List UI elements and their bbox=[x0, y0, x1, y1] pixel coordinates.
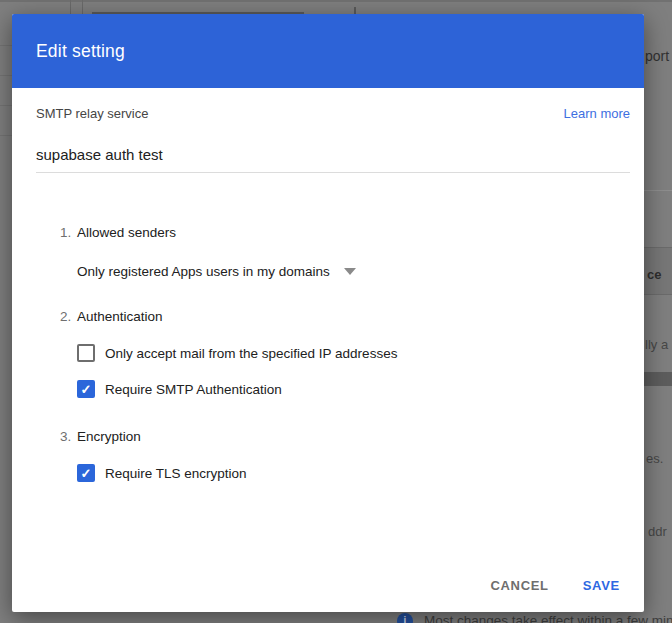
section-title: 2.Authentication bbox=[60, 309, 630, 324]
section-number: 1. bbox=[60, 225, 77, 240]
section-encryption: 3.Encryption ✓ Require TLS encryption bbox=[60, 429, 630, 482]
cancel-button[interactable]: CANCEL bbox=[490, 578, 548, 593]
section-number: 3. bbox=[60, 429, 77, 444]
background-divider bbox=[644, 372, 672, 386]
checkbox-label: Require SMTP Authentication bbox=[105, 382, 282, 397]
background-divider bbox=[0, 135, 12, 136]
background-divider bbox=[0, 75, 12, 76]
section-label: Allowed senders bbox=[77, 225, 176, 240]
settings-sections: 1.Allowed senders Only registered Apps u… bbox=[36, 225, 630, 482]
dropdown-selected-value: Only registered Apps users in my domains bbox=[77, 264, 330, 279]
background-divider bbox=[354, 7, 356, 14]
learn-more-link[interactable]: Learn more bbox=[564, 106, 630, 121]
checkbox-checked[interactable]: ✓ bbox=[77, 464, 95, 482]
section-content: Only accept mail from the specified IP a… bbox=[77, 344, 630, 398]
background-text-fragment: ddr bbox=[648, 524, 667, 539]
checkbox-label: Require TLS encryption bbox=[105, 466, 247, 481]
background-footer-note: Most changes take effect within a few mi… bbox=[424, 613, 672, 623]
section-content: ✓ Require TLS encryption bbox=[77, 464, 630, 482]
dialog-body: SMTP relay service Learn more 1.Allowed … bbox=[12, 106, 644, 482]
section-label: Encryption bbox=[77, 429, 141, 444]
smtp-relay-service-label: SMTP relay service bbox=[36, 106, 148, 121]
dialog-actions: CANCEL SAVE bbox=[490, 578, 620, 593]
save-button[interactable]: SAVE bbox=[583, 578, 620, 593]
check-icon: ✓ bbox=[81, 383, 92, 396]
background-divider bbox=[70, 0, 71, 14]
section-authentication: 2.Authentication Only accept mail from t… bbox=[60, 309, 630, 398]
check-icon: ✓ bbox=[81, 467, 92, 480]
section-title: 1.Allowed senders bbox=[60, 225, 630, 240]
info-icon: i bbox=[397, 613, 413, 623]
background-text-fragment: lly a bbox=[645, 337, 668, 352]
background-divider bbox=[82, 0, 83, 14]
checkbox-checked[interactable]: ✓ bbox=[77, 380, 95, 398]
dialog-header: Edit setting bbox=[12, 14, 644, 88]
allowed-senders-dropdown[interactable]: Only registered Apps users in my domains bbox=[77, 264, 356, 279]
section-title: 3.Encryption bbox=[60, 429, 630, 444]
chevron-down-icon bbox=[344, 268, 356, 275]
section-allowed-senders: 1.Allowed senders Only registered Apps u… bbox=[60, 225, 630, 280]
edit-setting-dialog: Edit setting SMTP relay service Learn mo… bbox=[12, 14, 644, 612]
background-divider bbox=[0, 45, 12, 46]
screen: port ce lly a es. ddr i Most changes tak… bbox=[0, 0, 672, 623]
background-topbar bbox=[0, 0, 672, 2]
setting-name-input[interactable] bbox=[36, 146, 630, 173]
background-divider bbox=[644, 190, 672, 191]
section-number: 2. bbox=[60, 309, 77, 324]
checkbox-row-smtp-auth[interactable]: ✓ Require SMTP Authentication bbox=[77, 380, 630, 398]
section-label: Authentication bbox=[77, 309, 163, 324]
section-content: Only registered Apps users in my domains bbox=[77, 240, 630, 280]
background-divider bbox=[0, 105, 12, 106]
checkbox-label: Only accept mail from the specified IP a… bbox=[105, 346, 397, 361]
background-text-fragment: es. bbox=[646, 451, 663, 466]
checkbox-unchecked[interactable] bbox=[77, 344, 95, 362]
field-header-row: SMTP relay service Learn more bbox=[36, 106, 630, 121]
background-text-fragment: ce bbox=[647, 267, 661, 282]
dialog-title: Edit setting bbox=[36, 41, 125, 62]
checkbox-row-ip-addresses[interactable]: Only accept mail from the specified IP a… bbox=[77, 344, 630, 362]
checkbox-row-tls[interactable]: ✓ Require TLS encryption bbox=[77, 464, 630, 482]
background-text-fragment: port bbox=[645, 48, 669, 64]
